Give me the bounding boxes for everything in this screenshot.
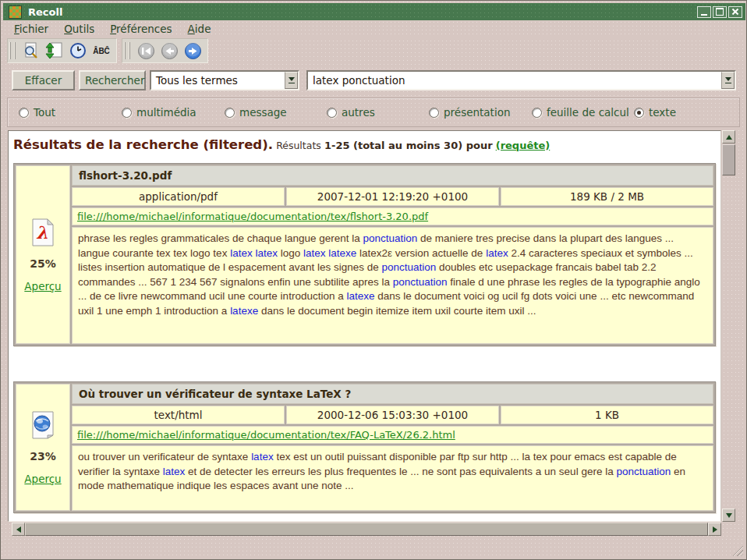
result-date: 2000-12-06 15:03:30 +0100 [286, 406, 499, 424]
result-info-row: text/html 2000-12-06 15:03:30 +0100 1 KB [72, 406, 713, 424]
results-label: Résultats [276, 140, 321, 151]
result-card-1: λ 25% Aperçu flshort-3.20.pdf applicatio… [13, 163, 716, 346]
result-mime: application/pdf [72, 187, 285, 206]
result-url-row: file:///home/michael/informatique/docume… [72, 426, 713, 444]
preview-link[interactable]: Aperçu [24, 280, 61, 292]
toolbar-group-tools: ÂBĈ [7, 38, 117, 63]
search-mode-combobox[interactable]: Tous les termes [150, 70, 299, 90]
relevance-percent: 23% [30, 450, 56, 463]
result-info-row: application/pdf 2007-12-01 12:19:20 +010… [72, 187, 713, 206]
menu-preferences[interactable]: Préférences [104, 21, 178, 37]
result-snippet: phrase les regles grammaticales de chaqu… [72, 227, 713, 344]
result-title[interactable]: Où trouver un vérificateur de syntaxe La… [72, 384, 713, 404]
chevron-down-icon[interactable] [285, 72, 298, 89]
horizontal-scroll-thumb[interactable] [25, 523, 708, 536]
horizontal-scrollbar [12, 523, 721, 536]
search-query-combobox[interactable]: latex ponctuation [306, 70, 736, 90]
category-filter-panel: Tout multimédia message autres présentat… [7, 97, 740, 127]
results-title: Résultats de la recherche (filtered). [13, 137, 273, 152]
sort-parameters-icon[interactable] [44, 41, 65, 61]
radio-icon [634, 108, 644, 118]
scroll-up-button[interactable] [722, 130, 735, 144]
svg-text:λ: λ [36, 222, 48, 243]
first-page-glyph [137, 42, 155, 60]
results-range: 1-25 (total au moins 30) pour [324, 140, 493, 151]
result-size: 189 KB / 2 MB [501, 187, 713, 206]
menu-outils[interactable]: Outils [58, 21, 101, 37]
scroll-left-button[interactable] [12, 523, 25, 536]
first-page-icon[interactable] [136, 41, 156, 61]
result-url-link[interactable]: file:///home/michael/informatique/docume… [77, 211, 428, 222]
status-bar [3, 537, 745, 558]
filter-presentation[interactable]: présentation [429, 106, 510, 119]
search-query-value: latex ponctuation [308, 74, 721, 87]
radio-icon [225, 108, 235, 118]
filter-message[interactable]: message [225, 106, 287, 119]
result-date: 2007-12-01 12:19:20 +0100 [286, 187, 499, 206]
results-header: Résultats de la recherche (filtered). Ré… [13, 137, 717, 152]
chevron-down-icon[interactable] [721, 72, 735, 89]
filter-autres[interactable]: autres [327, 106, 375, 119]
prev-page-icon[interactable] [159, 41, 179, 61]
pdf-icon: λ [30, 218, 56, 247]
result-size: 1 KB [501, 406, 713, 424]
result-mime: text/html [72, 406, 285, 424]
filter-texte[interactable]: texte [634, 106, 676, 119]
scroll-right-button[interactable] [708, 523, 721, 536]
result-2-body: Où trouver un vérificateur de syntaxe La… [72, 384, 713, 511]
result-1-icon-cell: λ 25% Aperçu [16, 165, 70, 344]
search-button[interactable]: Rechercher [79, 70, 146, 90]
relevance-percent: 25% [30, 257, 56, 270]
filter-feuille-de-calcul[interactable]: feuille de calcul [532, 106, 629, 119]
result-url-row: file:///home/michael/informatique/docume… [72, 207, 713, 225]
clock-glyph [69, 41, 87, 60]
results-list: Résultats de la recherche (filtered). Ré… [8, 130, 721, 522]
radio-icon [327, 108, 337, 118]
vertical-scrollbar [722, 130, 737, 522]
close-button[interactable] [728, 6, 742, 18]
arrow-left-icon [16, 526, 21, 533]
clear-button[interactable]: Effacer [12, 70, 75, 90]
advanced-search-icon[interactable] [21, 41, 41, 61]
document-history-icon[interactable] [68, 41, 88, 61]
filter-tout[interactable]: Tout [19, 106, 55, 119]
result-2-icon-cell: 23% Aperçu [16, 384, 70, 511]
minimize-button[interactable] [697, 6, 711, 18]
menu-fichier[interactable]: Fichier [8, 21, 55, 37]
preview-link[interactable]: Aperçu [24, 473, 61, 485]
query-link[interactable]: (requête) [496, 140, 551, 151]
window-controls [697, 6, 742, 18]
radio-icon [122, 108, 132, 118]
filter-multimedia[interactable]: multimédia [122, 106, 196, 119]
vertical-scroll-thumb[interactable] [722, 144, 735, 175]
arrow-up-icon [726, 135, 732, 140]
sort-parameters-glyph [45, 41, 64, 60]
toolbar-handle[interactable] [124, 42, 130, 59]
close-icon [731, 8, 739, 16]
advanced-search-glyph [22, 41, 41, 60]
maximize-button[interactable] [713, 6, 727, 18]
radio-icon [19, 108, 29, 118]
maximize-icon [716, 8, 724, 16]
scroll-down-button[interactable] [722, 509, 735, 522]
titlebar[interactable]: Recoll [3, 3, 745, 20]
search-mode-value: Tous les termes [151, 74, 285, 87]
next-page-icon[interactable] [182, 41, 203, 61]
term-explorer-icon[interactable]: ÂBĈ [91, 41, 112, 61]
minimize-icon [701, 14, 707, 16]
result-title[interactable]: flshort-3.20.pdf [72, 165, 713, 186]
menu-bar: Fichier Outils Préférences Aide [3, 20, 745, 37]
next-page-glyph [184, 42, 202, 60]
toolbar-handle[interactable] [9, 42, 16, 59]
vertical-scroll-trough[interactable] [722, 175, 737, 509]
toolbar: ÂBĈ [3, 37, 745, 64]
arrow-down-icon [726, 513, 732, 518]
result-1-body: flshort-3.20.pdf application/pdf 2007-12… [72, 165, 713, 344]
search-row: Effacer Rechercher Tous les termes latex… [1, 69, 747, 91]
menu-aide[interactable]: Aide [182, 21, 218, 37]
toolbar-group-nav [122, 38, 208, 63]
abc-glyph: ÂBĈ [93, 47, 110, 55]
result-url-link[interactable]: file:///home/michael/informatique/docume… [77, 429, 455, 441]
prev-page-glyph [161, 42, 179, 60]
result-card-2: 23% Aperçu Où trouver un vérificateur de… [13, 381, 716, 513]
